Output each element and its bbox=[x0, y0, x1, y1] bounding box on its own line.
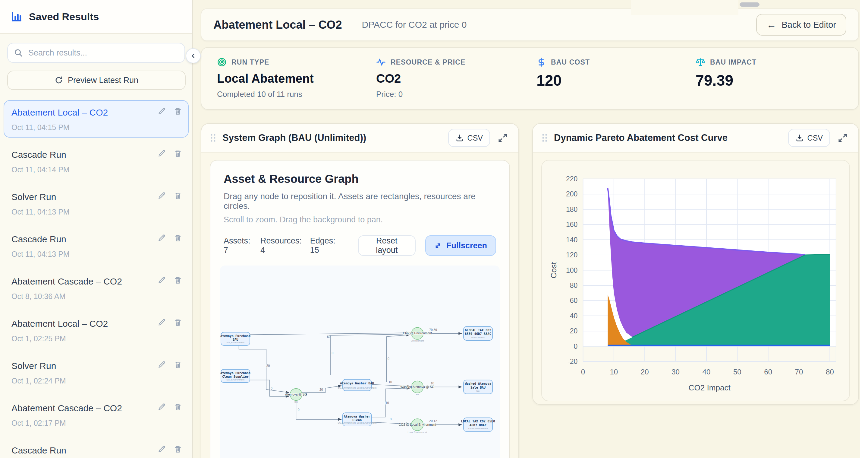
horizontal-scrollbar-thumb[interactable] bbox=[740, 2, 760, 7]
asset-node-global-tax[interactable]: GLOBAL TAX CO285E0 46D7 B8ACEnvironment bbox=[464, 326, 493, 340]
saved-result-item[interactable]: Abatement Local – CO2 Oct 1, 02:25 PM bbox=[4, 311, 189, 349]
asset-node-purchase-bau[interactable]: Atemoya PurchaseBAUSG, Environment bbox=[220, 332, 250, 345]
saved-result-actions bbox=[157, 149, 182, 158]
app-root: Saved Results Preview Latest Run Abateme… bbox=[0, 0, 868, 458]
trash-icon[interactable] bbox=[174, 107, 182, 115]
pareto-panel: Dynamic Pareto Abatement Cost Curve CSV bbox=[532, 123, 859, 405]
drag-handle-icon[interactable] bbox=[542, 134, 547, 142]
svg-text:20: 20 bbox=[641, 368, 649, 376]
svg-text:160: 160 bbox=[566, 221, 578, 228]
sidebar-collapse-button[interactable] bbox=[186, 48, 201, 63]
saved-result-item[interactable]: Cascade Run Oct 11, 04:14 PM bbox=[4, 142, 189, 180]
preview-latest-run-button[interactable]: Preview Latest Run bbox=[7, 70, 186, 90]
svg-text:SG, Environment: SG, Environment bbox=[226, 378, 244, 381]
search-input[interactable] bbox=[7, 43, 185, 63]
back-to-editor-label: Back to Editor bbox=[781, 20, 836, 30]
svg-text:30: 30 bbox=[672, 368, 680, 376]
svg-text:Environment: Environment bbox=[411, 339, 424, 342]
trash-icon[interactable] bbox=[174, 276, 182, 284]
edit-pencil-icon[interactable] bbox=[157, 107, 166, 115]
sidebar: Saved Results Preview Latest Run Abateme… bbox=[0, 0, 193, 458]
edit-pencil-icon[interactable] bbox=[157, 402, 166, 411]
page-subtitle: DPACC for CO2 at price 0 bbox=[362, 20, 756, 30]
saved-results-list: Abatement Local – CO2 Oct 11, 04:15 PM C… bbox=[0, 90, 192, 458]
saved-result-timestamp: Oct 11, 04:13 PM bbox=[11, 207, 181, 216]
asset-node-local-tax[interactable]: LOCAL TAX CO2 85E046D7 B8ACLocal Environ… bbox=[461, 418, 495, 432]
asset-node-washer-clean[interactable]: Atemoya WasherCleanSG, Environment, Loca… bbox=[338, 413, 376, 426]
system-graph-expand-button[interactable] bbox=[496, 131, 509, 145]
pareto-chart-card: -200204060801001201401601802002200102030… bbox=[541, 160, 850, 401]
trash-icon[interactable] bbox=[174, 445, 182, 453]
saved-result-item[interactable]: Cascade Run Oct 11, 04:13 PM bbox=[4, 227, 189, 264]
edit-pencil-icon[interactable] bbox=[157, 191, 166, 200]
saved-result-item[interactable]: Solver Run Oct 11, 04:13 PM bbox=[4, 184, 189, 222]
saved-result-title: Abatement Local – CO2 bbox=[11, 319, 181, 329]
expand-icon bbox=[498, 133, 507, 143]
title-divider bbox=[352, 17, 352, 33]
svg-text:LOCAL TAX CO2 85E0: LOCAL TAX CO2 85E0 bbox=[461, 419, 495, 423]
drag-handle-icon[interactable] bbox=[210, 134, 216, 142]
saved-result-actions bbox=[157, 191, 182, 200]
graph-hint: Scroll to zoom. Drag the background to p… bbox=[224, 215, 496, 225]
pareto-expand-button[interactable] bbox=[836, 131, 849, 145]
resource-node-washed-atemoya-sg[interactable]: Washed Atemoya @ SGSG bbox=[401, 381, 435, 396]
edit-pencil-icon[interactable] bbox=[157, 276, 166, 284]
node-graph-canvas[interactable]: 60020020010010079.391020.12Atemoya Purch… bbox=[220, 265, 500, 458]
saved-result-item[interactable]: Cascade Run bbox=[4, 438, 189, 458]
trash-icon[interactable] bbox=[174, 402, 182, 411]
saved-result-item[interactable]: Abatement Cascade – CO2 Oct 8, 10:36 AM bbox=[4, 269, 189, 307]
stat-card: RUN TYPE Local Abatement Completed 10 of… bbox=[217, 57, 314, 99]
stat-value: 79.39 bbox=[695, 72, 756, 89]
svg-text:0: 0 bbox=[332, 351, 333, 355]
saved-result-title: Solver Run bbox=[11, 361, 181, 371]
svg-text:100: 100 bbox=[566, 266, 578, 274]
page-header: Abatement Local – CO2 DPACC for CO2 at p… bbox=[201, 8, 859, 41]
asset-node-sale-bau[interactable]: Washed AtemoyaSale BAUSG bbox=[464, 380, 493, 394]
edit-pencil-icon[interactable] bbox=[157, 149, 166, 158]
svg-text:CO2 @ Local Environment: CO2 @ Local Environment bbox=[399, 423, 436, 426]
svg-text:Atemoya Purchase: Atemoya Purchase bbox=[220, 371, 250, 375]
saved-result-title: Cascade Run bbox=[11, 445, 181, 456]
trash-icon[interactable] bbox=[174, 318, 182, 326]
svg-text:0: 0 bbox=[390, 418, 392, 421]
saved-result-actions bbox=[157, 276, 182, 284]
trash-icon[interactable] bbox=[174, 191, 182, 200]
back-to-editor-button[interactable]: ← Back to Editor bbox=[756, 14, 846, 36]
system-graph-csv-label: CSV bbox=[467, 134, 483, 142]
asset-node-washer-bau[interactable]: Atemoya Washer BAUSG, Environment, Local… bbox=[338, 379, 376, 391]
reset-layout-button[interactable]: Reset layout bbox=[358, 235, 415, 256]
svg-text:Atemoya Purchase: Atemoya Purchase bbox=[220, 334, 250, 338]
vertical-scrollbar-track[interactable] bbox=[860, 0, 868, 458]
system-graph-csv-button[interactable]: CSV bbox=[448, 129, 490, 147]
trash-icon[interactable] bbox=[174, 233, 182, 242]
svg-text:SG, Environment: SG, Environment bbox=[226, 341, 244, 344]
fullscreen-button[interactable]: Fullscreen bbox=[425, 235, 496, 256]
sidebar-header: Saved Results bbox=[0, 0, 192, 34]
pareto-panel-header: Dynamic Pareto Abatement Cost Curve CSV bbox=[533, 124, 858, 153]
resource-node-atemoya-sg[interactable]: Atemoya @ SGSG bbox=[285, 389, 307, 403]
trash-icon[interactable] bbox=[174, 149, 182, 158]
trash-icon[interactable] bbox=[174, 360, 182, 369]
saved-result-item[interactable]: Abatement Cascade – CO2 Oct 1, 02:17 PM bbox=[4, 396, 189, 433]
back-arrow-icon: ← bbox=[767, 20, 776, 30]
edit-pencil-icon[interactable] bbox=[157, 233, 166, 242]
svg-text:-20: -20 bbox=[567, 357, 578, 365]
svg-text:40: 40 bbox=[703, 368, 711, 376]
asset-node-purchase-clean-supplier[interactable]: Atemoya PurchaseClean SupplierSG, Enviro… bbox=[220, 369, 250, 382]
saved-result-timestamp: Oct 8, 10:36 AM bbox=[11, 292, 181, 301]
edit-pencil-icon[interactable] bbox=[157, 445, 166, 453]
run-summary-card: RUN TYPE Local Abatement Completed 10 of… bbox=[201, 47, 859, 110]
svg-text:SG: SG bbox=[476, 390, 479, 392]
svg-text:120: 120 bbox=[566, 251, 578, 259]
edit-pencil-icon[interactable] bbox=[157, 360, 166, 369]
saved-result-item[interactable]: Solver Run Oct 1, 02:24 PM bbox=[4, 353, 189, 391]
main-content: Abatement Local – CO2 DPACC for CO2 at p… bbox=[193, 0, 860, 458]
svg-text:Atemoya Washer: Atemoya Washer bbox=[344, 414, 370, 418]
svg-text:Washed Atemoya @ SG: Washed Atemoya @ SG bbox=[401, 385, 435, 389]
pareto-csv-button[interactable]: CSV bbox=[788, 129, 830, 147]
resource-node-co2-environment[interactable]: CO2 @ EnvironmentEnvironment bbox=[403, 327, 432, 342]
edit-pencil-icon[interactable] bbox=[157, 318, 166, 326]
saved-result-item[interactable]: Abatement Local – CO2 Oct 11, 04:15 PM bbox=[4, 100, 189, 138]
svg-text:Clean: Clean bbox=[352, 418, 362, 422]
stat-card: BAU COST 120 bbox=[536, 57, 590, 93]
